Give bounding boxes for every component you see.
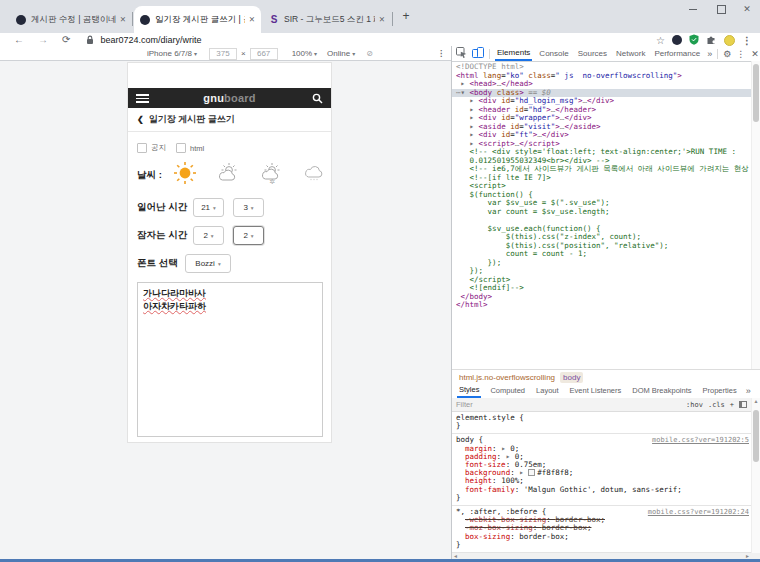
browser-tab[interactable]: 일기장 게시판 글쓰기 | 곰탱이네✕ [134, 6, 261, 33]
elements-tree-row[interactable]: </body> [456, 293, 751, 302]
reload-icon[interactable]: ⟳ [62, 33, 70, 47]
minimize-button[interactable] [680, 0, 706, 18]
throttling-select[interactable]: Online▾ [327, 49, 355, 58]
browser-window: 게시판 수정 | 곰탱이네 웹 테스✕일기장 게시판 글쓰기 | 곰탱이네✕SS… [0, 0, 760, 562]
css-selector[interactable]: element.style { [456, 414, 747, 422]
devtools-close-icon[interactable]: ✕ [751, 49, 759, 59]
elements-tree-row[interactable]: </html> [456, 301, 751, 310]
hover-state-toggle[interactable]: :hov [686, 401, 703, 409]
search-icon[interactable] [312, 93, 323, 104]
network-value: Online [327, 49, 350, 58]
font-select-row: 폰트 선택 Bozzi▾ [137, 254, 331, 273]
inspect-element-icon[interactable] [456, 47, 467, 60]
toolbar-separator [717, 49, 718, 59]
computed-panel-toggle-icon[interactable] [739, 401, 747, 408]
devtools-tab-elements[interactable]: Elements [495, 46, 532, 61]
wake-time-row: 일어난 시간 21▾ 3▾ [137, 198, 331, 217]
padlock-icon[interactable] [86, 35, 94, 45]
new-style-rule-button[interactable]: + [730, 401, 734, 409]
diary-textarea[interactable]: 가나다라마바사 아자차카타파하 [137, 282, 323, 437]
notice-checkbox[interactable] [137, 143, 147, 153]
css-property-value: #f8f8f8; [537, 468, 573, 477]
wake-hour-select[interactable]: 21▾ [193, 198, 224, 217]
elements-tree-row[interactable]: }); [456, 259, 751, 268]
elements-scrollbar[interactable] [751, 61, 760, 369]
viewport-height-input[interactable]: 667 [250, 48, 278, 60]
css-property[interactable]: box-sizing: border-box; [456, 533, 747, 541]
dimension-separator: × [241, 49, 246, 58]
elements-tree: <!DOCTYPE html><html lang="ko" class=" j… [452, 61, 751, 371]
back-chevron-icon[interactable]: ❮ [137, 115, 144, 124]
sleep-minute-select[interactable]: 2▾ [233, 226, 264, 245]
filter-input[interactable]: Filter [456, 400, 473, 409]
browser-tab[interactable]: SSIR - 그누보드5 스킨 1 페이지✕ [263, 6, 391, 33]
chevron-down-icon: ▾ [314, 51, 317, 57]
chrome-menu-icon[interactable]: ⋮ [742, 35, 752, 46]
devtools-tab-network[interactable]: Network [614, 46, 647, 61]
textarea-line: 가나다라마바사 [143, 287, 317, 300]
zoom-select[interactable]: 100%▾ [292, 49, 317, 58]
tab-close-icon[interactable]: ✕ [379, 15, 385, 24]
tab-title: 게시판 수정 | 곰탱이네 웹 테스 [31, 14, 116, 26]
more-tabs-icon[interactable]: » [707, 49, 712, 59]
html-checkbox[interactable] [176, 143, 186, 153]
bookmark-star-icon[interactable]: ☆ [656, 35, 665, 46]
rotate-icon[interactable]: ⊘ [366, 49, 373, 58]
viewport-width-input[interactable]: 375 [209, 48, 237, 60]
class-toggle[interactable]: .cls [708, 401, 725, 409]
url-text[interactable]: bear0724.com/diary/write [100, 35, 201, 45]
elements-tree-row[interactable]: var count = $sv_use.length; [456, 208, 751, 217]
new-tab-button[interactable]: + [398, 9, 414, 25]
forward-icon[interactable]: → [38, 33, 48, 47]
styles-tab-dom-breakpoints[interactable]: DOM Breakpoints [630, 383, 693, 398]
devtools-menu-icon[interactable]: ⋮ [736, 49, 745, 59]
styles-tab-event-listeners[interactable]: Event Listeners [568, 383, 624, 398]
weather-partly-cloudy-icon[interactable] [216, 161, 240, 189]
weather-sunny-icon[interactable] [173, 161, 197, 189]
wake-minute-select[interactable]: 3▾ [233, 198, 264, 217]
sleep-hour-select[interactable]: 2▾ [193, 226, 224, 245]
back-icon[interactable]: ← [14, 33, 24, 47]
styles-scrollbar[interactable]: ▲ [751, 398, 760, 553]
tab-close-icon[interactable]: ✕ [249, 15, 255, 24]
device-toolbar-menu-icon[interactable]: ⋮ [437, 49, 445, 58]
styles-tab-styles[interactable]: Styles [457, 383, 481, 398]
chevron-down-icon: ▾ [352, 51, 355, 57]
device-toolbar-toggle-icon[interactable] [472, 47, 484, 60]
stylesheet-link[interactable]: mobile.css?ver=191202:5 [652, 436, 749, 444]
color-swatch[interactable] [528, 469, 535, 476]
styles-tab-computed[interactable]: Computed [488, 383, 527, 398]
settings-gear-icon[interactable]: ⚙ [723, 49, 731, 59]
device-select[interactable]: iPhone 6/7/8▾ [147, 49, 197, 58]
chevron-down-icon: ▾ [251, 233, 254, 239]
write-form: 공지 html 날씨 : [128, 143, 331, 437]
site-logo[interactable]: gnuboard [128, 92, 331, 104]
close-button[interactable]: ✕ [734, 0, 760, 18]
browser-tab[interactable]: 게시판 수정 | 곰탱이네 웹 테스✕ [10, 6, 132, 33]
css-close-brace: } [456, 494, 747, 502]
devtools-tab-console[interactable]: Console [537, 46, 570, 61]
weather-row: 날씨 : [137, 161, 331, 189]
extension-icon[interactable] [672, 35, 682, 45]
scroll-up-icon[interactable]: ▲ [754, 398, 759, 404]
elements-tree-row[interactable]: <![endif]--> [456, 284, 751, 293]
styles-tab-properties[interactable]: Properties [700, 383, 738, 398]
weather-cloudy-icon[interactable] [302, 161, 326, 189]
tab-close-icon[interactable]: ✕ [120, 15, 126, 24]
devtools-tab-performance[interactable]: Performance [652, 46, 702, 61]
profile-avatar[interactable] [724, 35, 735, 46]
page-top-gap [128, 63, 331, 88]
weather-cloudy-snow-icon[interactable]: ✲ [259, 161, 283, 189]
more-tabs-icon[interactable]: » [746, 386, 751, 396]
scrollbar-thumb[interactable] [753, 64, 759, 122]
css-property[interactable]: font-family: 'Malgun Gothic', dotum, san… [456, 486, 747, 494]
scrollbar-thumb[interactable] [753, 410, 759, 462]
maximize-button[interactable] [708, 0, 734, 18]
styles-tab-layout[interactable]: Layout [534, 383, 561, 398]
css-rule: mobile.css?ver=191202:24*, :after, :befo… [452, 506, 751, 553]
font-select[interactable]: Bozzi▾ [185, 254, 231, 273]
devtools-tab-sources[interactable]: Sources [576, 46, 609, 61]
breadcrumb-item[interactable]: body [560, 372, 583, 383]
stylesheet-link[interactable]: mobile.css?ver=191202:24 [648, 508, 749, 516]
breadcrumb-item[interactable]: html.js.no-overflowscrolling [456, 372, 558, 383]
